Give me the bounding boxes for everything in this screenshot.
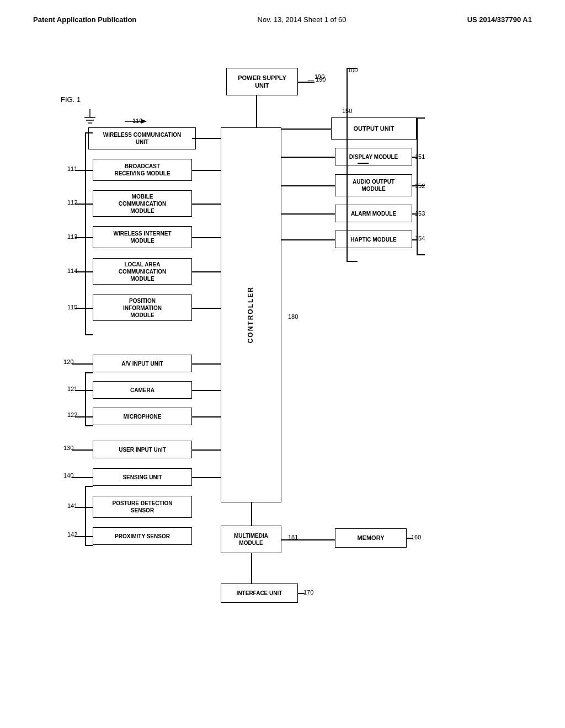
line-ui-ctrl [192,449,221,451]
line-140-top [85,486,93,487]
fig-label: FIG. 1 [61,95,81,104]
line-110-top [85,132,93,133]
box-controller: CONTROLLER [221,127,281,502]
label-121: 121 [67,386,77,392]
line-ctrl-iface [251,553,252,584]
box-wireless-internet: WIRELESS INTERNET MODULE [93,226,192,248]
box-microphone: MICROPHONE [93,408,192,425]
line-wi-ctrl [192,237,221,238]
box-wireless-comm: WIRELESS COMMUNICATION UNIT [88,127,196,149]
line-ctrl-audio [281,185,335,186]
header-right: US 2014/337790 A1 [467,15,532,24]
line-140 [72,477,93,478]
line-br-ctrl [192,170,221,171]
label-160: 160 [411,534,421,540]
arrow-110 [125,115,147,129]
line-su-ctrl [192,477,221,478]
line-154 [412,239,418,240]
line-ctrl-multi [251,502,252,526]
diagram-area: FIG. 1 POWER SUPPLY UNIT 100 190 110 150… [0,62,565,697]
line-ctrl-out [281,129,331,130]
box-sensing-unit: SENSING UNIT [93,468,192,486]
box-output-unit: OUTPUT UNIT [331,117,417,140]
line-140-bot [85,545,93,546]
label-180: 180 [288,313,298,320]
line-multi-mem [281,539,335,540]
line-cam-ctrl [192,390,221,391]
line-100-vert [347,68,348,261]
line-120-bot [85,425,93,426]
line-pi-ctrl [192,308,221,309]
line-141 [75,507,93,508]
label-114: 114 [67,267,77,274]
svg-marker-5 [141,119,147,124]
line-130 [72,449,93,451]
box-broadcast: BROADCAST RECEIVING MODULE [93,159,192,181]
line-la-ctrl [192,271,221,272]
line-170 [298,593,305,594]
ground-symbol [82,109,98,129]
line-115 [75,308,93,309]
line-av-ctrl [192,363,221,365]
label-111: 111 [67,165,77,172]
line-100-bot [347,261,358,262]
line-ctrl-alarm [281,213,335,215]
line-152 [412,185,418,186]
line-160 [407,538,413,539]
header-center: Nov. 13, 2014 Sheet 1 of 60 [258,15,347,24]
line-140-vert [85,486,86,545]
line-mc-ctrl [192,204,221,205]
line-121 [75,390,93,391]
box-multimedia-module: MULTIMEDIA MODULE [221,526,281,553]
line-112 [75,204,93,205]
label-170: 170 [303,589,313,596]
line-mic-ctrl [192,416,221,417]
box-power-supply: POWER SUPPLY UNIT [226,68,298,95]
line-120 [72,363,93,365]
line-150-bot [417,254,425,255]
line-power-to-controller [256,95,257,127]
page: Patent Application Publication Nov. 13, … [0,0,565,728]
label-113: 113 [67,233,77,240]
line-ctrl-disp [281,157,335,158]
line-150-top [417,117,425,119]
header: Patent Application Publication Nov. 13, … [0,0,565,29]
box-memory: MEMORY [335,528,407,548]
line-142 [75,536,93,537]
box-camera: CAMERA [93,381,192,399]
label-190b: — 190 [308,76,326,83]
label-141: 141 [67,502,77,509]
line-110-vert [85,132,86,334]
label-112: 112 [67,199,77,206]
box-user-input: USER INPUT UnIT [93,441,192,458]
header-left: Patent Application Publication [33,15,136,24]
box-position-info: POSITION INFORMATION MODULE [93,295,192,321]
box-mobile-comm: MOBILE COMMUNICATION MODULE [93,190,192,217]
line-ctrl-haptic [281,239,335,240]
line-153 [412,213,418,215]
line-122 [75,416,93,417]
box-proximity-sensor: PROXIMITY SENSOR [93,527,192,545]
line-110-bot [85,334,93,335]
line-114 [75,271,93,272]
box-av-input: A/V INPUT UNIT [93,355,192,372]
line-100-top [347,68,358,69]
line-100-mid [358,163,369,164]
label-115: 115 [67,304,77,311]
box-local-area: LOCAL AREA COMMUNICATION MODULE [93,258,192,285]
line-wc-ctrl [192,138,221,139]
box-posture-detection: POSTURE DETECTION SENSOR [93,496,192,518]
line-111 [75,170,93,171]
line-113 [75,237,93,238]
line-120-vert [85,372,86,425]
line-150-mid [417,185,425,186]
box-interface-unit: INTERFACE UNIT [221,584,298,603]
line-120-top [85,372,93,373]
line-151 [412,157,418,158]
